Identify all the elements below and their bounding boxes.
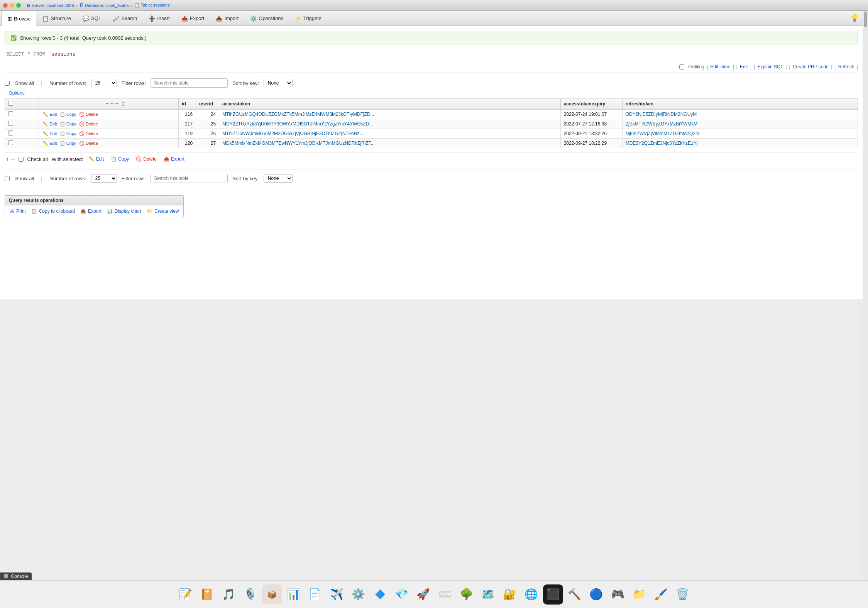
- row-delete-link[interactable]: 🚫 Delete: [79, 141, 98, 146]
- th-id[interactable]: id: [179, 98, 196, 110]
- with-selected-edit-btn[interactable]: ✏️ Edit: [87, 156, 106, 163]
- data-table: ←↔→ ▲▼ id userid accesstoken accesstoken…: [5, 98, 858, 148]
- sql-keyword-select: SELECT: [6, 51, 24, 57]
- th-refreshtoken[interactable]: refreshtoken: [622, 98, 858, 110]
- qro-create-view-btn[interactable]: 📁 Create view: [147, 208, 179, 214]
- tab-import[interactable]: 📥 Import: [210, 11, 244, 25]
- tab-export[interactable]: 📤 Export: [176, 11, 210, 25]
- qro-print-btn[interactable]: 🖨 Print: [10, 208, 26, 214]
- delete-icon: 🚫: [136, 156, 142, 162]
- show-all-label-top: Show all: [15, 80, 34, 86]
- tab-search[interactable]: 🔎 Search: [107, 11, 143, 25]
- right-scrollbar[interactable]: [863, 11, 868, 355]
- row-edit-link[interactable]: ✏️ Edit: [43, 122, 57, 126]
- check-all-button[interactable]: ↑ ─: [6, 156, 15, 162]
- profiling-edit-inline-link[interactable]: Edit inline: [710, 64, 730, 69]
- with-selected-delete-btn[interactable]: 🚫 Delete: [134, 156, 158, 163]
- check-all-checkbox-bottom[interactable]: [19, 157, 24, 162]
- sort-key-label-top: Sort by key:: [232, 80, 259, 86]
- profiling-sep-6: [: [789, 64, 790, 69]
- tab-sql[interactable]: 💬 SQL: [77, 11, 107, 25]
- profiling-edit-link[interactable]: Edit: [740, 64, 748, 69]
- num-rows-label-bottom: Number of rows:: [49, 176, 86, 181]
- breadcrumb-database[interactable]: 🗄 Database: vivek_9cabs: [80, 3, 129, 8]
- filter-input-bottom[interactable]: [151, 174, 228, 183]
- qro-copy-clipboard-btn[interactable]: 📋 Copy to clipboard: [31, 208, 75, 214]
- tab-structure[interactable]: 📋 Structure: [36, 11, 77, 25]
- profiling-explain-link[interactable]: Explain SQL: [757, 64, 783, 69]
- with-selected-copy-btn[interactable]: 📋 Copy: [109, 156, 130, 163]
- check-all-label: Check all: [27, 156, 48, 162]
- row-edit-link[interactable]: ✏️ Edit: [43, 131, 57, 136]
- row-delete-link[interactable]: 🚫 Delete: [79, 122, 98, 126]
- row-refresh-cell: NjFmZWVjZjVlMmM1ZDZmM2Q2N: [622, 129, 858, 139]
- help-bulb-icon[interactable]: 💡: [850, 14, 859, 22]
- with-selected-export-btn[interactable]: 📤 Export: [162, 156, 186, 163]
- breadcrumb-table[interactable]: 📋 Table: sessions: [134, 3, 170, 8]
- success-message: Showing rows 0 - 3 (4 total, Query took …: [20, 35, 147, 41]
- row-checkbox[interactable]: [8, 121, 13, 126]
- qro-create-view-label: Create view: [154, 208, 179, 214]
- row-edit-link[interactable]: ✏️ Edit: [43, 141, 57, 146]
- qro-export-btn[interactable]: 📤 Export: [80, 208, 102, 214]
- sql-star: *: [27, 51, 34, 57]
- check-all-dash: ─: [11, 156, 15, 162]
- control-sep-bottom: │: [40, 176, 43, 181]
- triggers-icon: ⚡: [295, 15, 301, 22]
- sort-select-bottom[interactable]: None: [264, 174, 293, 183]
- row-delete-link[interactable]: 🚫 Delete: [79, 112, 98, 117]
- table-row: ✏️ Edit 📋 Copy 🚫 Delete 119 26 MThiZTI5N…: [5, 129, 858, 139]
- tab-operations[interactable]: ⚙️ Operations: [244, 11, 289, 25]
- profiling-checkbox[interactable]: [679, 64, 684, 69]
- qro-display-chart-btn[interactable]: 📊 Display chart: [107, 208, 141, 214]
- close-window-button[interactable]: [3, 3, 8, 8]
- row-edit-link[interactable]: ✏️ Edit: [43, 112, 57, 117]
- table-body: ✏️ Edit 📋 Copy 🚫 Delete 116 24 MTlhZGUzM…: [5, 110, 858, 148]
- th-accesstoken[interactable]: accesstoken: [219, 98, 561, 110]
- filter-input-top[interactable]: [151, 78, 228, 88]
- create-view-icon: 📁: [147, 208, 152, 214]
- row-copy-link[interactable]: 📋 Copy: [60, 141, 76, 146]
- operations-icon: ⚙️: [250, 15, 257, 22]
- options-link[interactable]: + Options: [5, 90, 25, 96]
- tab-triggers-label: Triggers: [303, 15, 321, 21]
- show-all-checkbox-top[interactable]: [5, 81, 10, 86]
- profiling-php-link[interactable]: Create PHP code: [793, 64, 829, 69]
- minimize-window-button[interactable]: [10, 3, 14, 8]
- row-id-cell: 119: [179, 129, 196, 139]
- sql-table: `sessions`: [48, 51, 78, 57]
- row-userid-cell: 25: [196, 119, 219, 129]
- with-selected-edit-label: Edit: [96, 156, 104, 162]
- query-results-operations-container: Query results operations 🖨 Print 📋 Copy …: [5, 191, 858, 217]
- with-selected-delete-label: Delete: [143, 156, 157, 162]
- profiling-refresh-link[interactable]: Refresh: [838, 64, 854, 69]
- with-selected-label: With selected:: [52, 156, 83, 162]
- row-copy-link[interactable]: 📋 Copy: [60, 112, 76, 117]
- show-all-checkbox-bottom[interactable]: [5, 176, 10, 181]
- tab-browse[interactable]: ⊞ Browse: [2, 11, 36, 26]
- tab-triggers[interactable]: ⚡ Triggers: [289, 11, 327, 25]
- filter-rows-label-bottom: Filter rows:: [122, 176, 146, 181]
- tab-browse-label: Browse: [14, 16, 30, 22]
- rows-select-bottom[interactable]: 25 50 100: [91, 174, 117, 183]
- row-copy-link[interactable]: 📋 Copy: [60, 131, 76, 136]
- table-row: ✏️ Edit 📋 Copy 🚫 Delete 116 24 MTlhZGUzM…: [5, 110, 858, 119]
- select-all-checkbox[interactable]: [8, 101, 13, 106]
- row-checkbox[interactable]: [8, 140, 13, 145]
- profiling-sep-9: ]: [857, 64, 858, 69]
- row-checkbox[interactable]: [8, 130, 13, 135]
- th-userid[interactable]: userid: [196, 98, 219, 110]
- scroll-area: ←↔→ ▲▼ id userid accesstoken accesstoken…: [5, 98, 858, 151]
- sort-select-top[interactable]: None: [264, 79, 293, 87]
- maximize-window-button[interactable]: [16, 3, 21, 8]
- row-delete-link[interactable]: 🚫 Delete: [79, 131, 98, 136]
- row-checkbox[interactable]: [8, 111, 13, 116]
- row-copy-link[interactable]: 📋 Copy: [60, 122, 76, 126]
- insert-icon: ➕: [149, 15, 155, 22]
- th-sort[interactable]: ←↔→ ▲▼: [102, 98, 178, 110]
- row-id-cell: 120: [179, 139, 196, 148]
- th-accesstokenexpiry[interactable]: accesstokenexpiry: [560, 98, 622, 110]
- tab-insert[interactable]: ➕ Insert: [143, 11, 176, 25]
- rows-select-top[interactable]: 25 50 100: [91, 79, 117, 87]
- breadcrumb-server[interactable]: 🖥 Server: localhost:3306: [26, 3, 74, 8]
